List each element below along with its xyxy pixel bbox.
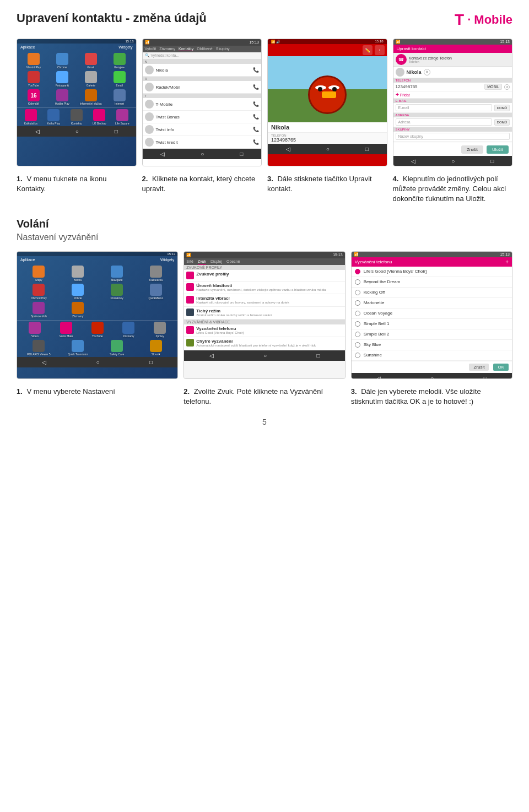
settings-item-profily[interactable]: Zvukové profily bbox=[184, 270, 344, 282]
settings-item-vyzvaneni[interactable]: Vyzvánění telefonu Life's Good [Vienna B… bbox=[184, 324, 344, 337]
nav-back: ◁ bbox=[205, 351, 218, 360]
contact-radek[interactable]: Radek/Mobil 📞 bbox=[143, 81, 262, 94]
contact-tmobile[interactable]: T-Mobile 📞 bbox=[143, 98, 262, 111]
clear-name-icon[interactable]: ✕ bbox=[424, 69, 430, 75]
tab-zvuk[interactable]: Zvuk bbox=[198, 258, 206, 265]
settings-item-tichy[interactable]: Tichý režim Změnit režim zvuku na tichý … bbox=[184, 307, 344, 320]
nikola-screen: 📶 🔊 15:18 ✏️ ⋮ Nikola bbox=[268, 39, 387, 166]
settings-icon-intenzita bbox=[186, 296, 194, 304]
lg-topbar: Aplikace Widgety bbox=[17, 44, 136, 51]
lg-bottom-apps: Kalkulačka Knihy Play Kontakty LG Backup… bbox=[17, 107, 136, 126]
lg-topbar-widgety: Widgety bbox=[118, 45, 132, 49]
contact-twist-kredit[interactable]: Twist kredit 📞 bbox=[143, 136, 262, 149]
tab-kontakty[interactable]: Kontakty bbox=[179, 47, 193, 51]
ringtone-add-icon[interactable]: + bbox=[505, 259, 509, 265]
nav-home: ○ bbox=[196, 150, 208, 158]
step2-text: Kliknete na kontakt, který chcete upravi… bbox=[142, 175, 256, 193]
section2-step1-text: V menu vyberete Nastavení bbox=[26, 387, 115, 396]
ringtone-item-beyond[interactable]: Beyond the Dream bbox=[352, 277, 512, 288]
lg-app-icon bbox=[85, 53, 97, 65]
rt-statusbar-time: 15:13 bbox=[500, 252, 510, 257]
lg2-bottom-app: YouTube bbox=[83, 322, 112, 338]
lg2-topbar-widgety: Widgety bbox=[160, 258, 174, 262]
contact-name-twist-bonus: Twist Bonus bbox=[156, 115, 251, 120]
settings-item-hlasitost[interactable]: Úroveň hlasitosti Nastavte vyzvánění, oz… bbox=[184, 282, 344, 294]
lg2-bottom-icon bbox=[122, 322, 134, 334]
ringtone-item-ocean[interactable]: Ocean Voyage bbox=[352, 308, 512, 319]
contacts-search[interactable]: 🔍 Vyhledat konta... bbox=[143, 52, 262, 59]
lg-app-item: Email bbox=[106, 71, 133, 87]
nikola-statusbar-icons: 📶 🔊 bbox=[271, 40, 280, 44]
contacts-letter-n: N bbox=[143, 59, 262, 64]
ringtone-item-bell2[interactable]: Simple Bell 2 bbox=[352, 329, 512, 340]
contact-twist-bonus[interactable]: Twist Bonus 📞 bbox=[143, 111, 262, 123]
contact-source-row: ☎ Kontakt ze zdroje Telefon Telefon bbox=[393, 53, 512, 67]
lg-app-kontakty bbox=[71, 109, 83, 121]
contact-nikola-name-display: Nikola bbox=[271, 124, 384, 131]
step3-number: 3. bbox=[267, 175, 273, 183]
save-button[interactable]: Uložit bbox=[487, 145, 509, 154]
lg-app-kalkul bbox=[25, 109, 37, 121]
lg-app-icon bbox=[72, 266, 84, 278]
nav-menu: □ bbox=[479, 374, 492, 378]
lg-app-icon bbox=[85, 71, 97, 83]
edit-name-row: Nikola ✕ bbox=[393, 67, 512, 78]
tab-site: Sítě bbox=[186, 258, 193, 265]
statusbar-time: 15:13 bbox=[125, 40, 133, 43]
lg-app-item: YouTube bbox=[20, 71, 47, 87]
bird-beak bbox=[322, 91, 336, 98]
nav-back: ◁ bbox=[37, 358, 51, 366]
lg2-bottom2-icon bbox=[111, 340, 123, 352]
settings-item-intenzita[interactable]: Intenzita vibrací Nastavit sílu vibrován… bbox=[184, 294, 344, 307]
lg-app-item: Poznámky bbox=[99, 284, 136, 300]
settings-item-title-chytre: Chytré vyzvánění bbox=[196, 339, 342, 344]
lg-app-icon bbox=[33, 284, 45, 296]
phone-field-row: 123498765 MOBIL ✕ bbox=[393, 83, 512, 91]
ringtone-name-lifes-good: Life's Good [Vienna Boys' Choir] bbox=[364, 269, 509, 274]
ringtone-header: Vyzvánění telefonu + bbox=[352, 257, 512, 267]
nikola-action-icon: ⋮ bbox=[375, 45, 385, 55]
ringtone-ok-button[interactable]: OK bbox=[493, 364, 509, 371]
ringtone-item-skyblue[interactable]: Sky Blue bbox=[352, 340, 512, 350]
clear-phone-icon[interactable]: ✕ bbox=[504, 84, 510, 90]
settings-section-vyzvaneni: VYZVÁNĚNÍ & VIBRACE bbox=[184, 320, 344, 324]
section2-step3-text: Dále jen vyberete melodii. Vše uložíte s… bbox=[351, 387, 481, 405]
ringtone-item-sunshine[interactable]: Sunshine bbox=[352, 350, 512, 361]
step4-number: 4. bbox=[393, 175, 399, 183]
cancel-button[interactable]: Zrušit bbox=[461, 145, 483, 154]
lg2-bottom-icon bbox=[60, 322, 72, 334]
edit-statusbar-time: 15:13 bbox=[500, 40, 510, 44]
nav-home: ○ bbox=[259, 351, 271, 360]
lg-app-item: Záznamy bbox=[60, 302, 96, 318]
contact-nikola[interactable]: Nikola 📞 bbox=[143, 64, 262, 77]
adresa-input[interactable]: Adresa bbox=[396, 118, 492, 126]
section2-step1: 1. V menu vyberete Nastavení bbox=[17, 387, 178, 407]
ringtone-item-marionette[interactable]: Marionette bbox=[352, 298, 512, 308]
settings-item-chytre[interactable]: Chytré vyzvánění Automatické nastavení v… bbox=[184, 337, 344, 350]
contact-avatar bbox=[145, 125, 154, 134]
skupiny-input[interactable]: Název skupiny bbox=[396, 133, 510, 140]
section2-step2-number: 2. bbox=[183, 387, 190, 396]
ringtone-radio bbox=[355, 290, 360, 295]
contact-twist-info[interactable]: Twist info 📞 bbox=[143, 123, 262, 136]
lg2-bottom2-icon bbox=[72, 340, 84, 352]
ringtone-item-kicking[interactable]: Kicking Off bbox=[352, 288, 512, 298]
pridat-row[interactable]: ✚ Přidat bbox=[393, 91, 512, 99]
lg-app-lifesquare bbox=[116, 109, 128, 121]
lg2-bottom-icon bbox=[29, 322, 41, 334]
lg-app-icon bbox=[56, 89, 68, 101]
lg2-bottom2-icon bbox=[150, 340, 162, 352]
section2-step1-number: 1. bbox=[17, 387, 23, 396]
contact-source-text: Kontakt ze zdroje Telefon Telefon bbox=[409, 56, 452, 63]
lg-app-icon bbox=[56, 53, 68, 65]
screenshot-edit-contact: 📶 15:13 Upravit kontakt ☎ Kontakt ze zdr… bbox=[393, 39, 513, 166]
email-input[interactable]: E-mail bbox=[396, 104, 492, 111]
edit-contact-screen: 📶 15:13 Upravit kontakt ☎ Kontakt ze zdr… bbox=[393, 39, 512, 166]
ringtone-item-bell1[interactable]: Simple Bell 1 bbox=[352, 319, 512, 329]
lg-app-item: Správce úloh bbox=[20, 302, 57, 318]
screenshot-settings: 📶 15:13 Sítě Zvuk Displej Obecné ZVUKOVÉ… bbox=[183, 251, 345, 379]
ringtone-cancel-button[interactable]: Zrušit bbox=[469, 364, 489, 371]
settings-sound-screen: 📶 15:13 Sítě Zvuk Displej Obecné ZVUKOVÉ… bbox=[184, 252, 344, 378]
nav-menu: □ bbox=[145, 358, 157, 366]
ringtone-item-lifes-good[interactable]: Life's Good [Vienna Boys' Choir] bbox=[352, 267, 512, 277]
